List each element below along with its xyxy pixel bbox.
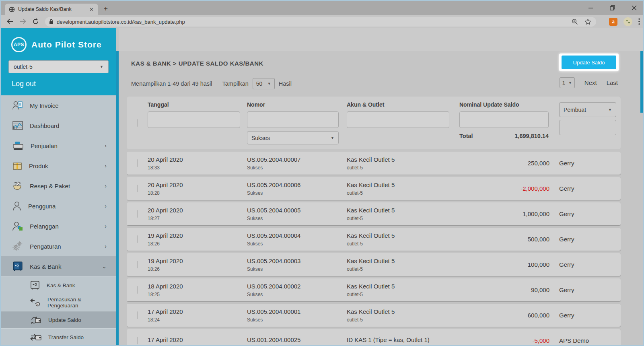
- row-pembuat: Gerry: [549, 160, 621, 167]
- row-checkbox[interactable]: [137, 235, 138, 243]
- table-row[interactable]: 20 April 2020 18:28 US.005.2004.00006 Su…: [127, 177, 621, 200]
- row-outlet: outlet-5: [347, 266, 459, 272]
- row-tanggal-cell: 20 April 2020 18:33: [148, 156, 247, 171]
- bookmark-star-icon[interactable]: [584, 19, 591, 25]
- reload-icon[interactable]: [32, 18, 39, 25]
- row-akun: Kas Kecil Outlet 5: [347, 181, 459, 188]
- brand: APS Auto Pilot Store: [1, 34, 116, 55]
- row-nomor-cell: US.005.2004.00004 Sukses: [247, 232, 347, 247]
- sidebar-subitem-label: Transfer Saldo: [48, 334, 84, 340]
- close-window-button[interactable]: [629, 3, 639, 13]
- row-akun: Kas Kecil Outlet 5: [347, 283, 459, 290]
- browser-tab[interactable]: Update Saldo Kas/Bank ✕: [5, 4, 98, 15]
- pembuat-filter-select[interactable]: Pembuat ▼: [559, 102, 616, 117]
- nominal-filter-input[interactable]: [459, 111, 549, 128]
- row-checkbox[interactable]: [137, 261, 138, 268]
- sidebar-item-pengguna[interactable]: Pengguna›: [1, 196, 116, 216]
- tanggal-filter-input[interactable]: [148, 111, 240, 128]
- forward-icon[interactable]: [19, 18, 27, 25]
- akun-filter-input[interactable]: [347, 111, 449, 128]
- last-link[interactable]: Last: [607, 79, 618, 86]
- page-size-value: 50: [256, 80, 263, 87]
- restore-button[interactable]: [607, 3, 617, 13]
- back-icon[interactable]: [6, 18, 14, 25]
- sidebar-subitem-pemasukan-pengeluaran[interactable]: $Pemasukan & Pengeluaran: [1, 294, 116, 311]
- profile-avatar[interactable]: [623, 17, 632, 26]
- sidebar-item-resep-paket[interactable]: Resep & Paket›: [1, 176, 116, 196]
- row-nomor-cell: US.005.2004.00001 Sukses: [247, 308, 347, 323]
- row-date: 19 April 2020: [148, 232, 247, 239]
- row-nominal: 1,000,000: [459, 210, 549, 217]
- select-all-checkbox[interactable]: [137, 119, 138, 127]
- outlet-select[interactable]: outlet-5 ▼: [8, 60, 109, 73]
- cash-register-icon: [12, 141, 24, 150]
- mortar-pestle-icon: [12, 181, 23, 191]
- status-filter-select[interactable]: Sukses ▼: [247, 131, 339, 144]
- chevron-right-icon: ›: [105, 163, 107, 169]
- table-row[interactable]: 18 April 2020 18:25 US.005.2004.00002 Su…: [127, 278, 621, 301]
- new-tab-button[interactable]: +: [104, 5, 108, 13]
- row-akun: Kas Kecil Outlet 5: [347, 156, 459, 163]
- sidebar-subitem-update-saldo[interactable]: Update Saldo: [1, 311, 116, 328]
- chevron-down-icon: ▼: [608, 108, 612, 112]
- row-checkbox[interactable]: [137, 311, 138, 319]
- next-link[interactable]: Next: [584, 79, 597, 86]
- nomor-filter-input[interactable]: [247, 111, 339, 128]
- sidebar-subitem-kas-bank[interactable]: Kas & Bank: [1, 276, 116, 294]
- row-akun-cell: Kas Kecil Outlet 5 outlet-5: [347, 181, 459, 196]
- sidebar-subitem-label: Update Saldo: [48, 317, 81, 323]
- row-pembuat: APS Demo: [549, 337, 621, 344]
- chrome-menu-icon[interactable]: [638, 18, 640, 25]
- sidebar-item-kas-bank[interactable]: Kas & Bank⌄: [1, 256, 116, 276]
- gears-icon: [12, 241, 23, 251]
- sidebar-item-my-invoice[interactable]: My Invoice: [1, 95, 116, 115]
- page-select[interactable]: 1 ▼: [560, 77, 575, 88]
- row-checkbox[interactable]: [137, 185, 138, 192]
- row-date: 17 April 2020: [148, 336, 247, 343]
- main-content: KAS & BANK > UPDATE SALDO KAS/BANK Updat…: [119, 28, 643, 345]
- table-row[interactable]: 19 April 2020 18:26 US.005.2004.00004 Su…: [127, 228, 621, 251]
- sidebar-item-pelanggan[interactable]: Pelanggan›: [1, 216, 116, 236]
- minimize-button[interactable]: [585, 3, 596, 13]
- row-outlet: outlet-5: [347, 216, 459, 221]
- sidebar-item-label: Kas & Bank: [30, 263, 95, 270]
- table-row[interactable]: 19 April 2020 18:26 US.005.2004.00003 Su…: [127, 253, 621, 276]
- chevron-down-icon: ▼: [267, 82, 271, 86]
- sidebar-item-pengaturan[interactable]: Pengaturan›: [1, 236, 116, 256]
- row-pembuat: Gerry: [549, 210, 621, 217]
- table-row[interactable]: 20 April 2020 18:33 US.005.2004.00007 Su…: [127, 152, 621, 175]
- pembuat-filter-input[interactable]: [559, 120, 616, 135]
- sidebar-item-dashboard[interactable]: Dashboard: [1, 115, 116, 136]
- table-row[interactable]: 20 April 2020 18:27 US.005.2004.00005 Su…: [127, 202, 621, 225]
- row-akun-cell: Kas Kecil Outlet 5 outlet-5: [347, 283, 459, 297]
- zoom-icon[interactable]: [572, 19, 578, 25]
- sidebar-item-label: Pengaturan: [30, 243, 98, 250]
- sidebar-item-label: Produk: [29, 163, 98, 169]
- update-saldo-button[interactable]: Update Saldo: [562, 56, 616, 69]
- row-time: 18:28: [148, 190, 247, 196]
- row-checkbox[interactable]: [137, 210, 138, 218]
- total-label: Total: [459, 133, 473, 139]
- row-nominal: 90,000: [459, 286, 549, 293]
- row-checkbox[interactable]: [137, 286, 138, 294]
- row-outlet: outlet-5: [347, 317, 459, 323]
- extension-icon[interactable]: a: [609, 18, 617, 26]
- row-akun-cell: Kas Kecil Outlet 5 outlet-5: [347, 308, 459, 323]
- row-akun-cell: Kas Kecil Outlet 5 outlet-5: [347, 232, 459, 247]
- sidebar-item-penjualan[interactable]: Penjualan›: [1, 136, 116, 156]
- page-size-select[interactable]: 50 ▼: [253, 78, 275, 89]
- page-scrollbar[interactable]: [640, 51, 643, 113]
- table-row[interactable]: 17 April 2020 18:24 US.005.2004.00001 Su…: [127, 304, 621, 327]
- row-nominal: -5,000: [459, 337, 549, 344]
- table-row[interactable]: 17 April 2020 US.001.2004.00025 ID KAS 1…: [127, 329, 621, 345]
- tab-close-icon[interactable]: ✕: [88, 6, 95, 12]
- sidebar-item-produk[interactable]: Produk›: [1, 156, 116, 176]
- in-out-arrows-icon: $: [30, 298, 41, 307]
- row-checkbox[interactable]: [137, 337, 138, 344]
- row-akun: Kas Kecil Outlet 5: [347, 207, 459, 214]
- chevron-right-icon: ›: [105, 203, 107, 209]
- logout-link[interactable]: Log out: [1, 73, 116, 88]
- address-bar[interactable]: development.autopilotstore.co.id/kas_ban…: [45, 17, 596, 27]
- sidebar-subitem-transfer-saldo[interactable]: Transfer Saldo: [1, 328, 116, 346]
- row-checkbox[interactable]: [137, 159, 138, 167]
